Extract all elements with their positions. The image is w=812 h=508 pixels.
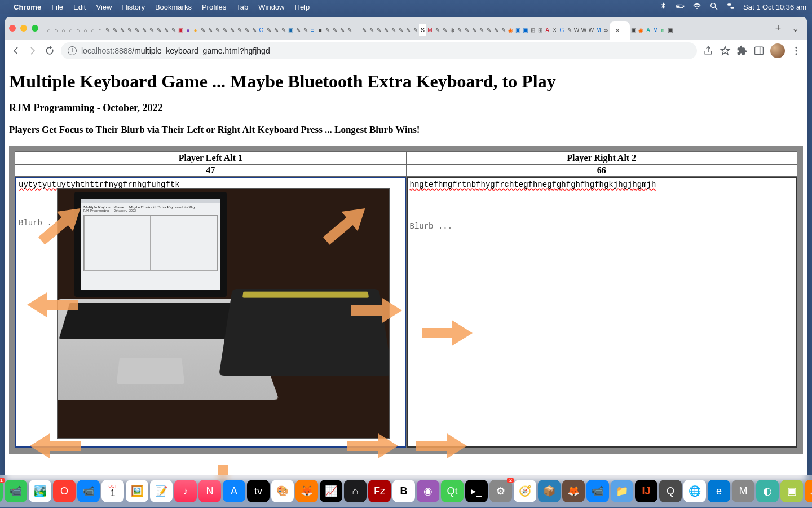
site-info-icon[interactable]: i [68, 46, 77, 55]
background-tabs-after[interactable]: ▣◉AMn▣ [630, 20, 681, 40]
window-minimize-button[interactable] [20, 25, 27, 32]
background-tabs[interactable]: ⌂⌂⌂⌂⌂⌂⌂⌂ ✎✎✎✎✎✎✎✎ ✎✎▣●●✎✎ ✎✎✎✎✎✎G✎ ✎✎▣✎✎… [45, 20, 610, 40]
dock-app-news[interactable]: N [198, 480, 221, 502]
dock-app-folder[interactable]: 📁 [611, 480, 633, 502]
page-subtitle: RJM Programming - October, 2022 [9, 102, 803, 114]
game-frame: Player Left Alt 1 Player Right Alt 2 47 … [9, 146, 803, 454]
svg-rect-6 [730, 7, 734, 8]
menu-tab[interactable]: Tab [236, 3, 248, 11]
dock-app-preview[interactable]: 🖼️ [126, 480, 148, 502]
player-left-blurb[interactable]: uytytyutuytyhthttrfnygfrnhgfuhgftk Blurb… [15, 177, 406, 448]
menu-profiles[interactable]: Profiles [202, 3, 226, 11]
svg-rect-7 [755, 47, 764, 54]
dock-app-netbeans[interactable]: ▣ [780, 480, 803, 502]
dock-app-appstore[interactable]: A [223, 480, 245, 502]
menu-bookmarks[interactable]: Bookmarks [155, 3, 192, 11]
menu-help[interactable]: Help [295, 3, 310, 11]
dock-app-gimp[interactable]: 🦊 [562, 480, 585, 502]
dock-app-freeform[interactable]: 🎨 [271, 480, 294, 502]
dock-app-qt[interactable]: Qt [441, 480, 464, 502]
svg-rect-1 [683, 5, 684, 7]
new-tab-button[interactable]: + [770, 23, 786, 34]
forward-button[interactable] [27, 45, 38, 56]
dock-app-photos[interactable]: 🏞️ [29, 480, 51, 502]
dock-app-mamp[interactable]: M [732, 480, 754, 502]
window-zoom-button[interactable] [32, 25, 38, 32]
reload-button[interactable] [44, 45, 55, 56]
control-center-icon[interactable] [726, 2, 735, 12]
player-left-score: 47 [15, 165, 407, 177]
svg-rect-5 [727, 3, 731, 5]
dock-app-music[interactable]: ♪ [174, 480, 197, 502]
toolbar: i localhost:8888/multiple_keyboard_game.… [5, 40, 807, 62]
dock-app-generic[interactable]: ⚙2 [489, 480, 512, 502]
dock-app-zoom[interactable]: 📹 [586, 480, 609, 502]
chrome-window: ⌂⌂⌂⌂⌂⌂⌂⌂ ✎✎✎✎✎✎✎✎ ✎✎▣●●✎✎ ✎✎✎✎✎✎G✎ ✎✎▣✎✎… [5, 17, 807, 481]
wifi-icon[interactable] [692, 2, 701, 12]
dock-app-stocks[interactable]: 📈 [320, 480, 342, 502]
window-close-button[interactable] [9, 25, 16, 32]
page-title: Multiple Keyboard Game ... Maybe Bluetoo… [9, 71, 803, 92]
svg-point-11 [796, 53, 797, 55]
dock-app-b[interactable]: B [392, 480, 415, 502]
dock-app-calendar[interactable]: OCT1 [102, 480, 124, 502]
bluetooth-icon[interactable] [659, 2, 668, 12]
player-right-blurb[interactable]: hngtefhmgfrtnbfhygfrchtegfhnegfghfghfhgf… [407, 177, 797, 448]
url-port: :8888 [112, 46, 132, 55]
back-button[interactable] [10, 45, 21, 56]
active-tab[interactable]: × [610, 21, 630, 40]
menu-window[interactable]: Window [258, 3, 284, 11]
dock-app-edge[interactable]: e [708, 480, 730, 502]
macos-dock: 🙂 🚀 💬91 📹 🏞️ O 📹 OCT1 🖼️ 📝 ♪ N A tv 🎨 🦊 … [0, 475, 812, 507]
menu-history[interactable]: History [122, 3, 144, 11]
player-right-typed: hngtefhmgfrtnbfhygfrchtegfhnegfghfghfhgf… [410, 180, 656, 189]
dock-app-reminders[interactable]: 📝 [150, 480, 173, 502]
tab-overflow-button[interactable]: ⌄ [787, 23, 803, 34]
extensions-icon[interactable] [736, 45, 748, 56]
svg-rect-2 [677, 5, 680, 7]
battery-icon[interactable] [676, 2, 685, 12]
inline-photo: Multiple Keyboard Game ... Maybe Bluetoo… [57, 188, 390, 439]
dock-app-filezilla[interactable]: Fz [368, 480, 391, 502]
chrome-menu-icon[interactable] [791, 45, 802, 56]
game-table: Player Left Alt 1 Player Right Alt 2 47 … [15, 151, 797, 448]
svg-point-3 [711, 3, 716, 7]
dock-app-quicktime[interactable]: Q [659, 480, 682, 502]
dock-app-terminal[interactable]: ⌂ [344, 480, 367, 502]
photo-mini-title: Multiple Keyboard Game ... Maybe Bluetoo… [81, 203, 220, 209]
dock-app-facetime[interactable]: 📹 [5, 480, 27, 502]
macos-menubar: Chrome File Edit View History Bookmarks … [0, 0, 812, 14]
dock-app-messages[interactable]: 💬91 [0, 480, 3, 502]
dock-app-chrome[interactable]: 🌐 [683, 480, 706, 502]
address-bar[interactable]: i localhost:8888/multiple_keyboard_game.… [61, 42, 697, 59]
tab-close-icon[interactable]: × [615, 26, 620, 35]
page-content: Multiple Keyboard Game ... Maybe Bluetoo… [5, 62, 807, 481]
photo-mini-sub: RJM Programming - October, 2022 [81, 209, 220, 213]
bookmark-star-icon[interactable] [720, 45, 731, 56]
url-path: /multiple_keyboard_game.html?hgfjhgd [132, 46, 270, 55]
dock-app-podcasts[interactable]: ◉ [417, 480, 439, 502]
dock-app-aqua[interactable]: ◐ [756, 480, 779, 502]
player-right-score: 66 [406, 165, 797, 177]
dock-app-safari[interactable]: 🧭 [514, 480, 536, 502]
dock-app-firefox2[interactable]: 🦊 [805, 480, 812, 502]
menu-view[interactable]: View [96, 3, 112, 11]
sidepanel-icon[interactable] [753, 45, 765, 56]
menubar-clock[interactable]: Sat 1 Oct 10:36 am [743, 3, 806, 11]
profile-avatar[interactable] [770, 43, 785, 58]
tab-strip: ⌂⌂⌂⌂⌂⌂⌂⌂ ✎✎✎✎✎✎✎✎ ✎✎▣●●✎✎ ✎✎✎✎✎✎G✎ ✎✎▣✎✎… [5, 17, 807, 40]
dock-app-facetime2[interactable]: 📹 [77, 480, 100, 502]
share-icon[interactable] [703, 45, 714, 56]
menu-app[interactable]: Chrome [14, 3, 41, 11]
dock-app-firefox[interactable]: 🦊 [295, 480, 318, 502]
dock-app-terminal2[interactable]: ▸_ [465, 480, 488, 502]
url-host: localhost [81, 46, 112, 55]
menu-edit[interactable]: Edit [73, 3, 86, 11]
svg-point-9 [796, 46, 797, 48]
dock-app-intellij[interactable]: IJ [635, 480, 657, 502]
spotlight-icon[interactable] [709, 2, 718, 12]
menu-file[interactable]: File [51, 3, 63, 11]
dock-app-opera[interactable]: O [53, 480, 76, 502]
dock-app-tv[interactable]: tv [247, 480, 270, 502]
dock-app-vbox[interactable]: 📦 [538, 480, 561, 502]
